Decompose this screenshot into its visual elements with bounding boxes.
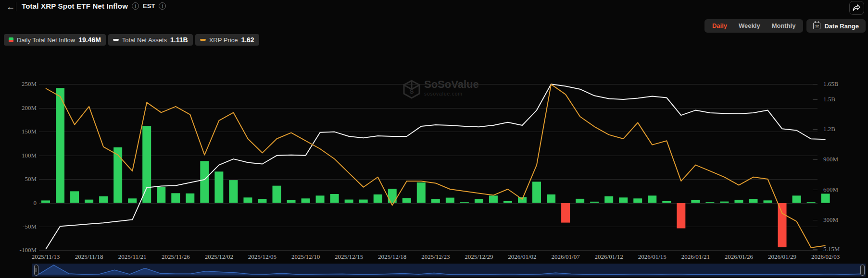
inflow-bar[interactable] xyxy=(576,199,584,203)
inflow-bar[interactable] xyxy=(532,181,541,203)
inflow-bar[interactable] xyxy=(70,191,79,203)
total-net-assets-line xyxy=(46,84,826,249)
inflow-bar[interactable] xyxy=(56,88,64,203)
inflow-bar[interactable] xyxy=(734,200,743,203)
inflow-bar[interactable] xyxy=(590,202,599,203)
inflow-bar[interactable] xyxy=(171,193,180,203)
inflow-bar[interactable] xyxy=(446,198,454,203)
inflow-bar[interactable] xyxy=(821,193,830,203)
inflow-bar[interactable] xyxy=(345,200,353,203)
inflow-bar[interactable] xyxy=(793,195,801,203)
inflow-bar[interactable] xyxy=(764,200,772,203)
inflow-bar[interactable] xyxy=(503,201,512,203)
inflow-bar[interactable] xyxy=(561,203,570,223)
inflow-bar[interactable] xyxy=(691,200,700,203)
inflow-bar[interactable] xyxy=(359,200,368,203)
main-chart[interactable]: 250M200M150M100M50M0-50M-100M1.65B1.5B1.… xyxy=(0,0,868,278)
inflow-bar[interactable] xyxy=(287,200,296,203)
inflow-bar[interactable] xyxy=(475,199,483,203)
inflow-bar[interactable] xyxy=(302,198,310,203)
inflow-bar[interactable] xyxy=(186,193,194,203)
inflow-bar[interactable] xyxy=(85,200,93,203)
inflow-bar[interactable] xyxy=(258,199,266,203)
xrp-price-line xyxy=(46,85,826,248)
inflow-bar[interactable] xyxy=(374,194,382,203)
inflow-bar[interactable] xyxy=(229,180,238,203)
inflow-bar[interactable] xyxy=(619,197,628,203)
inflow-bar[interactable] xyxy=(214,171,223,203)
minimap-left-handle[interactable] xyxy=(34,265,38,276)
plot-canvas xyxy=(0,0,868,278)
inflow-bar[interactable] xyxy=(460,202,469,203)
inflow-bar[interactable] xyxy=(648,195,656,203)
inflow-bar[interactable] xyxy=(200,161,209,203)
inflow-bar[interactable] xyxy=(807,202,816,203)
minimap-right-handle[interactable] xyxy=(860,265,865,276)
inflow-bar[interactable] xyxy=(113,147,122,203)
inflow-bar[interactable] xyxy=(330,194,339,203)
inflow-bar[interactable] xyxy=(662,201,671,203)
inflow-bar[interactable] xyxy=(142,126,151,203)
inflow-bar[interactable] xyxy=(128,198,137,203)
inflow-bar[interactable] xyxy=(157,187,165,203)
inflow-bar[interactable] xyxy=(431,199,440,203)
inflow-bar[interactable] xyxy=(316,195,325,203)
inflow-bar[interactable] xyxy=(272,186,281,203)
inflow-bar[interactable] xyxy=(604,196,613,203)
inflow-bar[interactable] xyxy=(720,202,729,203)
inflow-bar[interactable] xyxy=(749,199,757,203)
inflow-bar[interactable] xyxy=(633,198,642,203)
etf-dashboard: ← Total XRP Spot ETF Net Inflow i EST i … xyxy=(0,0,868,278)
inflow-bar[interactable] xyxy=(417,182,426,203)
inflow-bar[interactable] xyxy=(243,197,252,203)
inflow-bar[interactable] xyxy=(518,197,527,203)
inflow-bar[interactable] xyxy=(41,200,50,203)
inflow-bar[interactable] xyxy=(99,196,108,203)
inflow-bar[interactable] xyxy=(705,202,714,203)
inflow-bar[interactable] xyxy=(403,198,411,203)
inflow-bar[interactable] xyxy=(677,203,685,228)
inflow-bar[interactable] xyxy=(489,195,498,203)
inflow-bar[interactable] xyxy=(778,203,787,247)
inflow-bar[interactable] xyxy=(547,194,555,203)
